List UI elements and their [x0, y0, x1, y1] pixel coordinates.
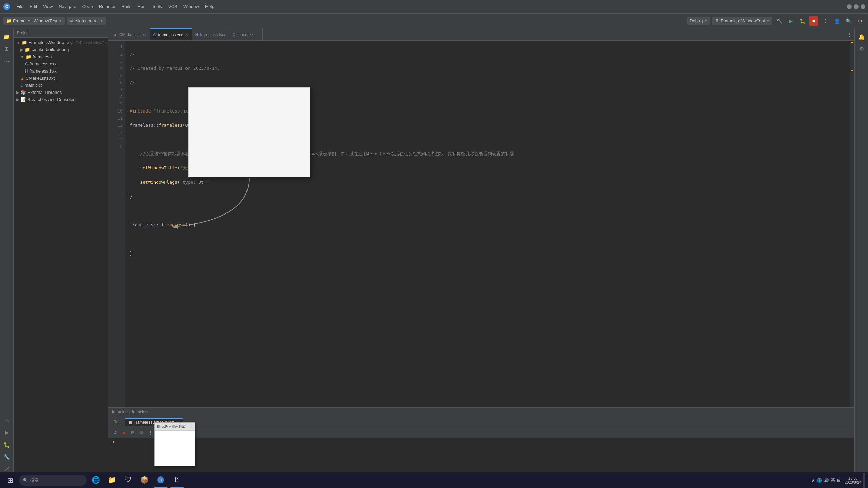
sidebar-structure-icon[interactable]: ⊞	[1, 43, 12, 54]
sidebar-debug-icon[interactable]: 🐛	[1, 439, 12, 450]
clock-date: 2023/8/14	[845, 480, 861, 484]
tab-label: frameless.hxx	[200, 32, 225, 37]
run-button[interactable]: ▶	[786, 16, 795, 26]
run-config-chevron-icon: ▼	[766, 19, 770, 23]
sidebar-problem-icon[interactable]: ⚠	[1, 415, 12, 426]
run-icon: 🖥	[715, 18, 719, 23]
taskbar-explorer-button[interactable]: 🌐	[88, 473, 103, 488]
collapse-icon: ▼	[16, 40, 20, 45]
sidebar-run-icon[interactable]: ▶	[1, 427, 12, 438]
cxx-file-icon: C	[20, 83, 23, 88]
project-tree[interactable]: ▼ 📁 FramelessWindowTest E:\Repositories\…	[14, 38, 108, 477]
tree-item-label: main.cxx	[25, 83, 42, 88]
search-icon[interactable]: 🔍	[844, 16, 853, 26]
debug-config-selector[interactable]: Debug ▼	[687, 17, 710, 25]
run-config-selector[interactable]: 🖥 FramelessWindowTest ▼	[712, 17, 772, 25]
more-options-icon[interactable]: ⋮	[821, 16, 830, 26]
debug-chevron-icon: ▼	[704, 19, 707, 23]
vcs-selector[interactable]: Version control ▼	[67, 17, 106, 25]
tree-item-main-cxx[interactable]: C main.cxx	[14, 82, 108, 89]
vcs-name: Version control	[70, 18, 99, 23]
tree-item-frameless-folder[interactable]: ▼ 📁 frameless	[14, 53, 108, 60]
tree-item-cmakelists[interactable]: ▲ CMakeLists.txt	[14, 75, 108, 82]
show-desktop-button[interactable]	[863, 473, 865, 488]
menu-run[interactable]: Run	[135, 3, 149, 11]
tab-cmakelists[interactable]: ▲ CMakeLists.txt	[110, 28, 150, 41]
run-more-button[interactable]: ⋮	[146, 429, 154, 436]
editor-scrollbar[interactable]	[850, 41, 854, 407]
project-selector[interactable]: 📁 FramelessWindowTest ▼	[3, 17, 65, 25]
tree-item-frameless-hxx[interactable]: H frameless.hxx	[14, 67, 108, 75]
right-notification-icon[interactable]: 🔔	[856, 31, 867, 42]
tab-frameless-hxx[interactable]: H frameless.hxx	[192, 28, 229, 41]
preview-popup	[188, 87, 310, 177]
tree-item-cmake-build[interactable]: ▶ 📁 cmake-build-debug	[14, 46, 108, 53]
debug-button[interactable]: 🐛	[797, 16, 807, 26]
menu-tools[interactable]: Tools	[149, 3, 165, 11]
menu-view[interactable]: View	[40, 3, 55, 11]
taskbar-app-preview[interactable]: 🖥	[170, 473, 184, 488]
taskbar-mail-button[interactable]: 📦	[137, 473, 152, 488]
run-toolbar: ↺ ■ ⊟ 🗑 ⋮	[108, 427, 854, 438]
tab-frameless-cxx[interactable]: C frameless.cxx ✕	[150, 28, 192, 41]
tray-up-icon[interactable]: ∧	[812, 478, 815, 483]
line-numbers: 12345 678910 1112131415	[108, 41, 125, 407]
breadcrumb-frameless: frameless::frameless	[112, 410, 150, 414]
menu-build[interactable]: Build	[119, 3, 134, 11]
clear-output-button[interactable]: 🗑	[138, 429, 145, 436]
right-settings-icon[interactable]: ⚙	[856, 43, 867, 54]
menu-navigate[interactable]: Navigate	[56, 3, 79, 11]
taskbar-window-preview[interactable]: 🖥 无边框窗体测试 ✕	[154, 422, 195, 466]
menu-code[interactable]: Code	[80, 3, 96, 11]
sidebar-folder-icon[interactable]: 📁	[1, 31, 12, 42]
tabs-more-icon[interactable]: ⋮	[845, 32, 854, 37]
expand-icon: ▶	[16, 90, 19, 95]
menu-edit[interactable]: Edit	[27, 3, 40, 11]
sidebar-more-icon[interactable]: ⋯	[1, 56, 12, 66]
run-tab-run[interactable]: Run	[110, 418, 124, 426]
restore-layout-button[interactable]: ⊟	[129, 429, 136, 436]
tab-main-cxx[interactable]: C main.cxx	[229, 28, 263, 41]
left-sidebar: 📁 ⊞ ⋯ ⚠ ▶ 🐛 🔧 ⎇	[0, 28, 14, 477]
sidebar-services-icon[interactable]: 🔧	[1, 451, 12, 462]
tray-language-icon: 英	[831, 477, 835, 483]
project-panel-header: Project	[14, 28, 108, 38]
tab-close-icon[interactable]: ✕	[185, 33, 188, 37]
minimize-button[interactable]	[847, 4, 852, 9]
cxx-tab-icon: C	[153, 33, 156, 37]
stop-button[interactable]: ■	[809, 16, 818, 26]
hxx-file-icon: H	[25, 69, 28, 74]
tab-label: main.cxx	[237, 32, 253, 37]
tree-item-scratches[interactable]: ▶ 📝 Scratches and Consoles	[14, 96, 108, 103]
menu-window[interactable]: Window	[181, 3, 202, 11]
project-name: FramelessWindowTest	[13, 18, 57, 23]
vcs-chevron-icon: ▼	[100, 19, 103, 23]
hxx-tab-icon: H	[195, 32, 198, 37]
rerun-button[interactable]: ↺	[111, 429, 119, 436]
taskbar-store-button[interactable]: 🛡	[121, 473, 136, 488]
taskbar-files-button[interactable]: 📁	[104, 473, 119, 488]
tab-label: frameless.cxx	[158, 33, 183, 37]
tree-item-root[interactable]: ▼ 📁 FramelessWindowTest E:\Repositories\…	[14, 39, 108, 46]
tray-volume-icon: 🔊	[824, 478, 829, 483]
menu-help[interactable]: Help	[202, 3, 217, 11]
maximize-button[interactable]	[854, 4, 859, 9]
tree-item-external-libs[interactable]: ▶ 📚 External Libraries	[14, 89, 108, 96]
windows-start-button[interactable]: ⊞	[3, 473, 18, 488]
hammer-icon-button[interactable]: 🔨	[774, 16, 784, 26]
menu-refactor[interactable]: Refactor	[96, 3, 118, 11]
taskbar-search[interactable]: 🔍 搜索	[19, 475, 87, 486]
tree-item-frameless-cxx[interactable]: C frameless.cxx	[14, 60, 108, 67]
folder-icon: 📁	[6, 18, 12, 23]
menu-vcs[interactable]: VCS	[165, 3, 180, 11]
chevron-down-icon: ▼	[59, 19, 62, 23]
settings-icon[interactable]: ⚙	[855, 16, 865, 26]
editor-tabs: ▲ CMakeLists.txt C frameless.cxx ✕ H fra…	[108, 28, 854, 41]
run-config-name: FramelessWindowTest	[721, 18, 765, 23]
stop-run-button[interactable]: ■	[120, 429, 127, 436]
close-button[interactable]	[861, 4, 865, 9]
preview-close-button[interactable]: ✕	[189, 424, 193, 429]
menu-file[interactable]: File	[14, 3, 26, 11]
taskbar-clion-button[interactable]: C	[153, 473, 168, 488]
user-icon[interactable]: 👤	[832, 16, 842, 26]
